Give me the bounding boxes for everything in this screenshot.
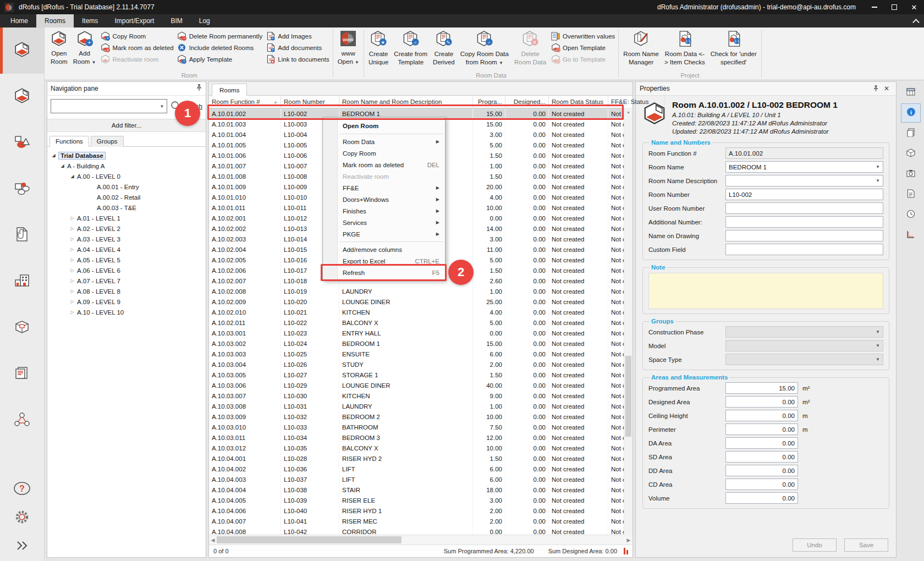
properties-tab-measure[interactable] [901, 226, 921, 245]
menu-tab-rooms[interactable]: Rooms [36, 14, 74, 28]
horizontal-scrollbar[interactable]: ◀ ▶ [209, 535, 632, 544]
properties-tab-documents[interactable] [901, 185, 921, 204]
table-row[interactable]: A.10.04.008L10-042CORRIDOR0.000.00Not cr… [209, 526, 624, 535]
properties-tab-model[interactable] [901, 144, 921, 163]
table-row[interactable]: A.10.03.006L10-029LOUNGE DINER40.000.00N… [209, 380, 624, 391]
menu-tab-log[interactable]: Log [191, 14, 218, 28]
ribbon-mark-room-as-deleted[interactable]: xMark room as deleted [100, 42, 173, 53]
table-row[interactable]: A.10.02.011L10-022BALCONY X5.000.00Not c… [209, 317, 624, 328]
www-open-button[interactable]: www www Open ▼ [335, 29, 362, 72]
vertical-scrollbar[interactable]: ▲ [624, 108, 632, 535]
table-row[interactable]: A.10.04.001L10-028RISER HYD 21.500.00Not… [209, 453, 624, 464]
properties-tab-history[interactable] [901, 205, 921, 224]
ribbon-link-to-documents[interactable]: ●Link to documents [266, 53, 329, 65]
tree-collapsed-icon[interactable]: ▷ [69, 289, 75, 294]
sidebar-item-help[interactable]: ? [0, 475, 44, 504]
field-name-on-drawing[interactable] [725, 230, 883, 241]
column-header-7[interactable]: FF&E: Status [608, 96, 665, 108]
tree-collapsed-icon[interactable]: ▷ [69, 299, 75, 304]
menu-item-ff-e[interactable]: FF&E▶ [323, 182, 445, 194]
search-input[interactable] [51, 100, 158, 113]
close-button[interactable]: ✕ [904, 0, 924, 14]
chevron-down-icon[interactable]: ▼ [873, 178, 880, 183]
collapse-ribbon-button[interactable] [908, 14, 924, 28]
column-header-2[interactable]: Room Number [281, 96, 339, 108]
tree-item[interactable]: ◢A - Building A [47, 161, 206, 171]
sidebar-item-products[interactable] [0, 305, 44, 351]
menu-item-refresh[interactable]: RefreshF5 [323, 267, 445, 278]
menu-item-room-data[interactable]: Room Data▶ [323, 136, 445, 147]
ribbon-add-documents[interactable]: +Add documents [266, 42, 329, 53]
menu-item-export-to-excel[interactable]: Export to ExcelCTRL+E [323, 255, 445, 267]
tree-collapsed-icon[interactable]: ▷ [69, 247, 75, 252]
tree-expanded-icon[interactable]: ◢ [51, 153, 57, 158]
tree-item[interactable]: A.00.02 - Retail [47, 192, 206, 202]
table-row[interactable]: A.10.03.001L10-023ENTRY HALL0.000.00Not … [209, 328, 624, 338]
menu-tab-home[interactable]: Home [2, 14, 36, 28]
tree-collapsed-icon[interactable]: ▷ [69, 226, 75, 231]
menu-item-finishes[interactable]: Finishes▶ [323, 205, 445, 217]
tree-collapsed-icon[interactable]: ▷ [69, 278, 75, 283]
ribbon-reactivate-room[interactable]: Reactivate room [100, 53, 173, 65]
field-programmed-area[interactable]: 15.00 [725, 382, 798, 394]
properties-tab-info[interactable]: i [901, 103, 921, 123]
tree-item[interactable]: ▷A.10 - LEVEL 10 [47, 307, 206, 317]
tree-item[interactable]: ▷A.06 - LEVEL 6 [47, 265, 206, 276]
ribbon-room-data-item-checks[interactable]: 1:1Room Data <-> Item Checks [662, 29, 708, 72]
tree-item[interactable]: ▷A.01 - LEVEL 1 [47, 213, 206, 223]
ribbon-include-deleted-rooms[interactable]: Include deleted Rooms [177, 42, 263, 53]
table-row[interactable]: A.10.02.008L10-019LAUNDRY1.000.00Not cre… [209, 286, 624, 296]
tree-item[interactable]: ▷A.02 - LEVEL 2 [47, 223, 206, 234]
table-row[interactable]: A.10.04.007L10-041RISER MEC2.000.00Not c… [209, 516, 624, 526]
nav-tab-functions[interactable]: Functions [50, 136, 89, 147]
tree-item[interactable]: ◢Trial Database [47, 150, 206, 161]
menu-item-pkge[interactable]: PKGE▶ [323, 228, 445, 240]
ribbon-add-room[interactable]: +AddRoom ▼ [70, 29, 99, 72]
ribbon-create-from-template[interactable]: =Create fromTemplate [391, 29, 430, 72]
sidebar-item-buildings[interactable] [0, 258, 44, 305]
chevron-down-icon[interactable]: ▼ [158, 100, 167, 113]
field-ceiling-height[interactable]: 0.00 [725, 410, 798, 421]
tree-collapsed-icon[interactable]: ▷ [69, 237, 75, 241]
tree-expanded-icon[interactable]: ◢ [59, 163, 65, 168]
tree-item[interactable]: ▷A.04 - LEVEL 4 [47, 244, 206, 255]
sidebar-item-reports[interactable] [0, 351, 44, 397]
column-header-1[interactable]: Room Function #▲ [209, 96, 281, 108]
field-custom-field[interactable] [725, 244, 883, 255]
table-row[interactable]: A.10.03.004L10-026STUDY2.000.00Not creat… [209, 359, 624, 370]
menu-item-add-remove-columns[interactable]: Add/remove columns [323, 244, 445, 255]
sidebar-item-room-templates[interactable] [0, 74, 44, 120]
menu-tab-importexport[interactable]: Import/Export [106, 14, 162, 28]
tree-collapsed-icon[interactable]: ▷ [69, 257, 75, 262]
menu-item-open-room[interactable]: Open Room [323, 119, 445, 132]
properties-tab-images[interactable] [901, 164, 921, 184]
tree-item[interactable]: ▷A.08 - LEVEL 8 [47, 286, 206, 296]
table-row[interactable]: A.10.03.005L10-027STORAGE 11.500.00Not c… [209, 370, 624, 380]
chevron-down-icon[interactable]: ▼ [873, 164, 880, 169]
table-row[interactable]: A.10.04.006L10-040RISER HYD 12.000.00Not… [209, 505, 624, 516]
sidebar-item-attached-documents[interactable] [0, 212, 44, 258]
table-row[interactable]: A.10.04.003L10-037LIFT6.000.00Not create… [209, 474, 624, 485]
restore-button[interactable] [884, 0, 904, 14]
table-row[interactable]: A.10.04.002L10-036LIFT6.000.00Not create… [209, 464, 624, 474]
ribbon-go-to-template[interactable]: Go to Template [551, 53, 615, 65]
sidebar-item-rooms[interactable] [0, 28, 44, 74]
tab-rooms[interactable]: Rooms [212, 84, 247, 96]
sidebar-item-expand[interactable] [0, 532, 44, 561]
tree-item[interactable]: ▷A.03 - LEVEL 3 [47, 234, 206, 244]
table-row[interactable]: A.10.02.010L10-021KITCHEN4.000.00Not cre… [209, 307, 624, 317]
table-row[interactable]: A.10.02.009L10-020LOUNGE DINER25.000.00N… [209, 296, 624, 307]
field-room-name-description[interactable]: ▼ [725, 175, 883, 186]
sidebar-item-settings[interactable] [0, 504, 44, 532]
tree-item[interactable]: ◢A.00 - LEVEL 0 [47, 171, 206, 182]
sidebar-item-relations[interactable] [0, 397, 44, 443]
field-perimeter[interactable]: 0.00 [725, 424, 798, 435]
column-header-5[interactable]: Designed... [505, 96, 549, 108]
menu-tab-items[interactable]: Items [74, 14, 106, 28]
ribbon-create-derived[interactable]: ✎CreateDerived [430, 29, 458, 72]
ribbon-room-name-manager[interactable]: Room NameManager [620, 29, 662, 72]
table-row[interactable]: A.10.03.003L10-025ENSUITE6.000.00Not cre… [209, 349, 624, 359]
table-row[interactable]: A.10.03.012L10-035BALCONY X10.000.00Not … [209, 443, 624, 453]
tree-collapsed-icon[interactable]: ▷ [69, 268, 75, 273]
ribbon-delete-room-data[interactable]: ✕DeleteRoom Data [512, 29, 549, 72]
